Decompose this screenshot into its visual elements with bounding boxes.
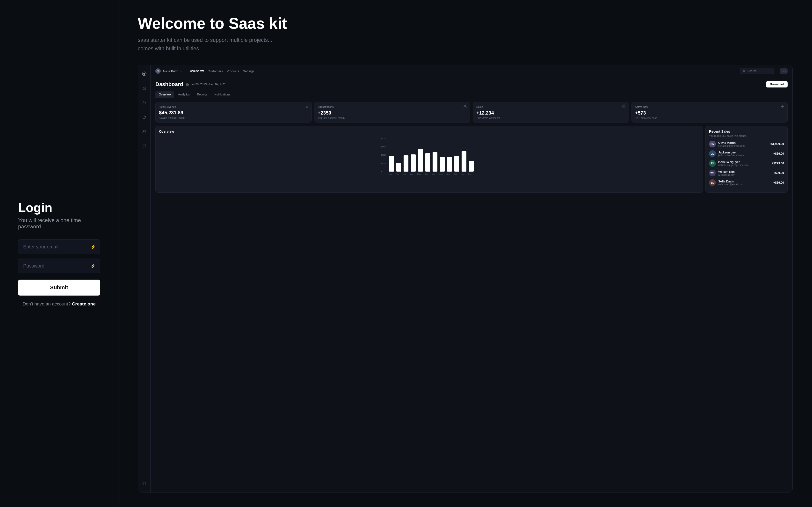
svg-point-4: [143, 130, 144, 132]
tab-analytics[interactable]: Analytics: [175, 91, 193, 98]
sale-amount-2: +$299.00: [772, 162, 784, 165]
dashboard-content: Dashboard Jan 20, 2023 - Feb 09, 2023 Do…: [151, 77, 793, 492]
sale-avatar-4: SD: [709, 179, 716, 186]
svg-point-1: [143, 73, 145, 75]
svg-rect-32: [469, 161, 474, 172]
stat-label-subscriptions: Subscriptions: [318, 105, 334, 108]
dashboard-title: Dashboard: [155, 81, 183, 88]
sale-avatar-2: IN: [709, 160, 716, 167]
email-input-group: ⚡: [18, 239, 100, 254]
svg-point-9: [464, 105, 466, 107]
bottom-grid: Overview $6000 $4500 $3000 $1500 $0: [155, 126, 788, 192]
email-icon: ⚡: [91, 244, 96, 249]
nav-link-customers[interactable]: Customers: [208, 68, 223, 74]
sale-info-0: Olivia Martin olivia.martin@email.com: [718, 141, 767, 147]
nav-link-overview[interactable]: Overview: [190, 68, 204, 74]
search-icon: [743, 70, 745, 72]
sidebar-icon-shop[interactable]: [140, 99, 148, 107]
stat-icon-revenue: $: [306, 105, 308, 109]
sale-item-2: IN Isabella Nguyen isabella.nguyen@email…: [709, 160, 784, 167]
create-account-link[interactable]: Create one: [72, 301, 96, 306]
stat-card-subscriptions: Subscriptions +2350 +180.1% from last mo…: [314, 102, 470, 122]
svg-text:Dec: Dec: [468, 173, 471, 175]
svg-text:Aug: Aug: [439, 173, 443, 175]
sale-info-1: Jackson Lee jackson.lee@email.com: [718, 151, 771, 157]
stat-icon-sales: [622, 105, 626, 109]
stat-change-sales: +19% from last month: [476, 117, 626, 119]
svg-text:Jul: Jul: [432, 173, 435, 175]
sidebar-icon-chat[interactable]: [140, 142, 148, 150]
svg-point-7: [743, 70, 745, 72]
sale-email-4: sofia.davis@email.com: [718, 183, 771, 186]
stat-value-active: +573: [635, 110, 784, 116]
nav-search: [740, 68, 774, 74]
sidebar-icon-settings[interactable]: [140, 480, 148, 488]
sale-info-3: William Kim will@email.com: [718, 170, 771, 176]
nav-link-products[interactable]: Products: [227, 68, 239, 74]
submit-button[interactable]: Submit: [18, 280, 100, 295]
chart-svg: $6000 $4500 $3000 $1500 $0: [159, 137, 699, 175]
svg-text:$1500: $1500: [381, 162, 387, 164]
stat-label-active: Active Now: [635, 105, 648, 108]
nav-username: Alicia Koch: [163, 69, 178, 73]
stats-row: Total Revenue $ $45,231.89 +20.1% from l…: [155, 102, 788, 122]
svg-rect-28: [440, 157, 445, 172]
search-input[interactable]: [748, 69, 771, 73]
sidebar-icon-chart[interactable]: [140, 113, 148, 121]
calendar-icon: [186, 83, 189, 86]
sale-avatar-1: JL: [709, 150, 716, 157]
login-panel: Login You will receive a one time passwo…: [0, 0, 118, 507]
stat-card-header-sub: Subscriptions: [318, 105, 467, 109]
sidebar-icon-users[interactable]: [140, 128, 148, 135]
dashboard-sidebar: [138, 65, 151, 492]
nav-link-settings[interactable]: Settings: [243, 68, 254, 74]
sale-amount-1: +$39.00: [773, 152, 784, 155]
svg-rect-21: [389, 156, 394, 172]
password-input[interactable]: [18, 259, 100, 273]
login-title: Login: [18, 200, 100, 215]
stat-card-header-sales: Sales: [476, 105, 626, 109]
chart-title: Overview: [159, 129, 699, 133]
login-subtitle: You will receive a one time password: [18, 217, 100, 230]
password-input-group: ⚡: [18, 259, 100, 273]
nav-user[interactable]: AK Alicia Koch ⌄: [155, 68, 182, 74]
recent-sales-subtitle: You made 265 sales this month.: [709, 134, 784, 137]
chart-card: Overview $6000 $4500 $3000 $1500 $0: [155, 126, 703, 192]
stat-value-subscriptions: +2350: [318, 110, 467, 116]
tab-notifications[interactable]: Notifications: [211, 91, 233, 98]
dashboard-header: Dashboard Jan 20, 2023 - Feb 09, 2023 Do…: [155, 81, 788, 88]
stat-change-active: +201 since last hour: [635, 117, 784, 119]
sale-name-1: Jackson Lee: [718, 151, 771, 154]
sale-item-4: SD Sofia Davis sofia.davis@email.com +$3…: [709, 179, 784, 186]
svg-text:Nov: Nov: [461, 173, 464, 175]
email-input[interactable]: [18, 239, 100, 254]
stat-card-header-active: Active Now: [635, 105, 784, 109]
create-account-text: Don't have an account? Create one: [18, 301, 100, 307]
svg-point-5: [145, 130, 146, 131]
welcome-desc: saas starter kit can be used to support …: [138, 36, 793, 53]
svg-rect-29: [447, 157, 452, 172]
sale-amount-4: +$39.00: [773, 181, 784, 184]
sale-amount-0: +$1,999.00: [769, 142, 784, 146]
svg-text:Sep: Sep: [446, 173, 450, 175]
sidebar-icon-home[interactable]: [140, 84, 148, 92]
svg-rect-23: [404, 155, 408, 172]
svg-rect-22: [396, 163, 401, 172]
sale-email-1: jackson.lee@email.com: [718, 154, 771, 157]
tab-reports[interactable]: Reports: [193, 91, 211, 98]
sale-item-1: JL Jackson Lee jackson.lee@email.com +$3…: [709, 150, 784, 157]
tab-overview[interactable]: Overview: [155, 91, 174, 98]
user-avatar: AK: [155, 68, 161, 74]
password-icon: ⚡: [91, 264, 96, 269]
svg-point-6: [143, 483, 145, 484]
stat-card-sales: Sales +12,234 +19% from last month: [473, 102, 629, 122]
sale-avatar-0: OM: [709, 140, 716, 148]
svg-text:Jun: Jun: [425, 173, 428, 175]
sale-name-2: Isabella Nguyen: [718, 161, 769, 164]
svg-text:May: May: [417, 173, 421, 175]
recent-sales-title: Recent Sales: [709, 129, 784, 133]
download-button[interactable]: Download: [766, 81, 788, 88]
svg-text:Feb: Feb: [396, 173, 399, 175]
sale-email-3: will@email.com: [718, 173, 771, 176]
svg-rect-2: [143, 102, 146, 104]
